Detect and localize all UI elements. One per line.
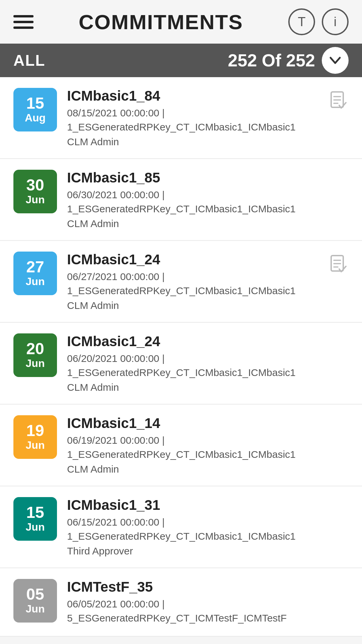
header-icons: T i (288, 8, 349, 35)
item-title: ICMbasic1_31 (67, 497, 349, 513)
item-title: ICMbasic1_14 (67, 415, 349, 431)
date-day: 15 (26, 95, 44, 111)
item-subtitle: 06/19/2021 00:00:00 | 1_ESGeneratedRPKey… (67, 433, 349, 462)
date-badge: 30 Jun (13, 170, 57, 213)
date-month: Jun (26, 357, 45, 370)
commitments-list: 15 Aug ICMbasic1_84 08/15/2021 00:00:00 … (0, 77, 362, 637)
item-author: CLM Admin (67, 300, 318, 311)
item-content: ICMbasic1_84 08/15/2021 00:00:00 | 1_ESG… (67, 88, 318, 148)
list-item[interactable]: 30 Jun ICMbasic1_85 06/30/2021 00:00:00 … (0, 159, 362, 241)
item-content: ICMbasic1_24 06/27/2021 00:00:00 | 1_ESG… (67, 252, 318, 311)
item-subtitle: 06/05/2021 00:00:00 | 5_ESGeneratedRPKey… (67, 597, 349, 625)
date-day: 19 (26, 423, 44, 439)
menu-button[interactable] (13, 15, 34, 29)
filter-bar: ALL 252 Of 252 (0, 44, 362, 77)
item-subtitle: 08/15/2021 00:00:00 | 1_ESGeneratedRPKey… (67, 106, 318, 134)
date-month: Jun (26, 439, 45, 451)
date-day: 15 (26, 504, 44, 521)
doc-icon-area (328, 88, 349, 111)
item-author: CLM Admin (67, 218, 349, 229)
date-day: 30 (26, 177, 44, 193)
filter-count-area: 252 Of 252 (228, 47, 349, 74)
doc-icon-area (328, 252, 349, 274)
date-day: 05 (26, 586, 44, 602)
item-title: ICMbasic1_85 (67, 170, 349, 186)
list-item[interactable]: 15 Aug ICMbasic1_84 08/15/2021 00:00:00 … (0, 77, 362, 159)
item-content: ICMbasic1_31 06/15/2021 00:00:00 | 1_ESG… (67, 497, 349, 557)
item-subtitle: 06/27/2021 00:00:00 | 1_ESGeneratedRPKey… (67, 270, 318, 298)
list-item[interactable]: 05 Jun ICMTestF_35 06/05/2021 00:00:00 |… (0, 568, 362, 637)
item-content: ICMbasic1_24 06/20/2021 00:00:00 | 1_ESG… (67, 333, 349, 393)
header: COMMITMENTS T i (0, 0, 362, 44)
date-month: Jun (26, 193, 45, 206)
filter-all-label: ALL (13, 51, 45, 69)
item-title: ICMbasic1_84 (67, 88, 318, 104)
item-content: ICMTestF_35 06/05/2021 00:00:00 | 5_ESGe… (67, 579, 349, 625)
item-content: ICMbasic1_14 06/19/2021 00:00:00 | 1_ESG… (67, 415, 349, 475)
date-month: Jun (26, 275, 45, 288)
item-subtitle: 06/15/2021 00:00:00 | 1_ESGeneratedRPKey… (67, 515, 349, 543)
date-month: Jun (26, 602, 45, 615)
date-badge: 19 Jun (13, 415, 57, 459)
date-badge: 27 Jun (13, 252, 57, 295)
date-day: 27 (26, 259, 44, 275)
date-month: Jun (26, 521, 45, 533)
item-title: ICMTestF_35 (67, 579, 349, 595)
list-item[interactable]: 27 Jun ICMbasic1_24 06/27/2021 00:00:00 … (0, 241, 362, 323)
date-badge: 20 Jun (13, 333, 57, 377)
search-text-icon[interactable]: T (288, 8, 315, 35)
page-title: COMMITMENTS (79, 10, 243, 34)
filter-count: 252 Of 252 (228, 50, 315, 70)
item-subtitle: 06/30/2021 00:00:00 | 1_ESGeneratedRPKey… (67, 188, 349, 216)
list-item[interactable]: 19 Jun ICMbasic1_14 06/19/2021 00:00:00 … (0, 405, 362, 486)
date-badge: 15 Aug (13, 88, 57, 131)
info-label: i (334, 15, 337, 29)
item-author: CLM Admin (67, 136, 318, 148)
filter-dropdown-button[interactable] (322, 47, 349, 74)
item-content: ICMbasic1_85 06/30/2021 00:00:00 | 1_ESG… (67, 170, 349, 229)
item-title: ICMbasic1_24 (67, 333, 349, 350)
item-author: Third Approver (67, 545, 349, 557)
list-item[interactable]: 20 Jun ICMbasic1_24 06/20/2021 00:00:00 … (0, 323, 362, 405)
date-badge: 15 Jun (13, 497, 57, 541)
search-text-label: T (298, 15, 305, 29)
item-author: CLM Admin (67, 464, 349, 475)
date-day: 20 (26, 341, 44, 357)
date-month: Aug (25, 111, 46, 124)
item-title: ICMbasic1_24 (67, 252, 318, 268)
info-icon[interactable]: i (322, 8, 349, 35)
doc-check-icon (328, 91, 349, 111)
item-author: CLM Admin (67, 382, 349, 393)
item-subtitle: 06/20/2021 00:00:00 | 1_ESGeneratedRPKey… (67, 352, 349, 380)
doc-check-icon (328, 254, 349, 274)
date-badge: 05 Jun (13, 579, 57, 623)
list-item[interactable]: 15 Jun ICMbasic1_31 06/15/2021 00:00:00 … (0, 486, 362, 568)
